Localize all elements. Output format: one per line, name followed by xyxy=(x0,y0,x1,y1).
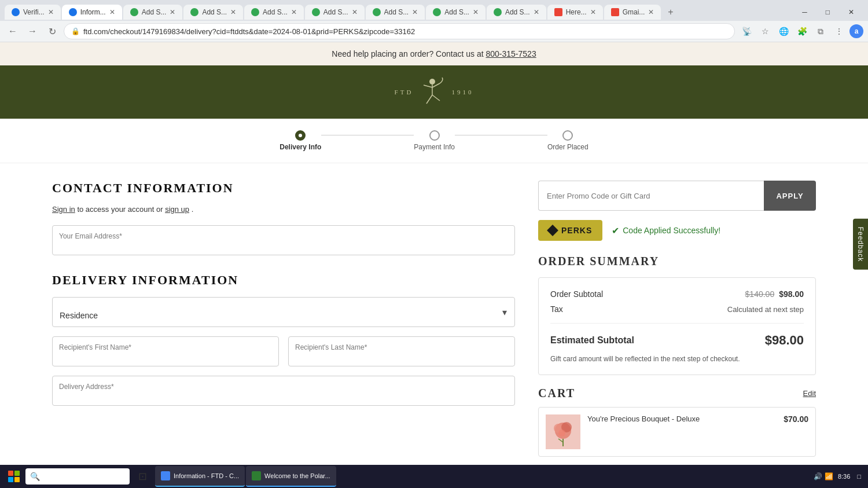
close-icon[interactable]: ✕ xyxy=(170,8,175,16)
tab-label: Add S... xyxy=(323,8,348,16)
network-icon: 🔊 xyxy=(814,472,822,474)
help-banner: Need help placing an order? Contact us a… xyxy=(0,42,868,65)
taskbar-app-polar[interactable]: Welcome to the Polar... xyxy=(246,466,336,474)
tab-favicon xyxy=(433,8,441,16)
close-icon[interactable]: ✕ xyxy=(412,8,418,16)
forward-button[interactable]: → xyxy=(24,23,41,39)
tab-here[interactable]: Here... ✕ xyxy=(547,5,603,20)
show-desktop-button[interactable]: □ xyxy=(855,473,863,474)
tab-inform[interactable]: Inform... ✕ xyxy=(62,5,122,20)
logo-text-left: FTD xyxy=(395,89,414,96)
site-header: FTD 1910 xyxy=(0,65,868,119)
extensions-button[interactable]: ⧉ xyxy=(812,23,829,39)
progress-label-payment: Payment Info xyxy=(414,143,455,151)
close-icon[interactable]: ✕ xyxy=(109,8,115,16)
cart-item-image xyxy=(546,414,580,449)
back-button[interactable]: ← xyxy=(5,23,21,39)
email-input[interactable] xyxy=(52,225,515,255)
feedback-label: Feedback xyxy=(856,226,865,262)
tab-add6[interactable]: Add S... ✕ xyxy=(426,5,486,20)
promo-row: APPLY xyxy=(538,181,816,211)
notification-area: 🔊 📶 xyxy=(814,472,833,474)
maximize-button[interactable]: □ xyxy=(816,6,839,19)
close-icon[interactable]: ✕ xyxy=(590,8,596,16)
cart-item-price: $70.00 xyxy=(784,414,808,449)
minimize-button[interactable]: ─ xyxy=(793,6,816,19)
name-row: Recipient's First Name* Recipient's Last… xyxy=(52,336,515,376)
close-icon[interactable]: ✕ xyxy=(648,8,654,16)
promo-input[interactable] xyxy=(538,181,764,211)
contact-heading: CONTACT INFORMATION xyxy=(52,181,515,196)
translate-icon[interactable]: 🌐 xyxy=(775,23,792,39)
tab-label: Add S... xyxy=(505,8,530,16)
feedback-tab[interactable]: Feedback xyxy=(853,218,868,270)
ftd-logo: FTD 1910 xyxy=(395,75,474,109)
tab-add3[interactable]: Add S... ✕ xyxy=(244,5,304,20)
taskbar-app-ftd[interactable]: Information - FTD - C... xyxy=(155,466,245,474)
cast-icon[interactable]: 📡 xyxy=(738,23,755,39)
close-icon[interactable]: ✕ xyxy=(291,8,297,16)
cart-item-details: You're Precious Bouquet - Deluxe xyxy=(587,414,777,449)
taskbar-search[interactable]: 🔍 xyxy=(25,468,130,474)
close-icon[interactable]: ✕ xyxy=(534,8,539,16)
estimated-row: Estimated Subtotal $98.00 xyxy=(550,323,804,348)
sign-in-suffix: . xyxy=(192,205,194,214)
tab-label: Add S... xyxy=(384,8,409,16)
first-name-input[interactable] xyxy=(52,336,279,366)
svg-point-0 xyxy=(429,79,435,85)
ftd-favicon xyxy=(161,471,170,474)
tab-favicon xyxy=(494,8,502,16)
cart-heading-row: CART Edit xyxy=(538,387,816,400)
taskbar-app-polar-label: Welcome to the Polar... xyxy=(264,472,330,474)
progress-circle-placed xyxy=(562,130,573,141)
close-icon[interactable]: ✕ xyxy=(230,8,236,16)
search-icon: 🔍 xyxy=(30,472,40,474)
perks-button[interactable]: PERKS xyxy=(538,220,602,241)
tab-add5[interactable]: Add S... ✕ xyxy=(366,5,425,20)
perks-label: PERKS xyxy=(561,226,592,235)
close-icon[interactable]: ✕ xyxy=(48,8,54,16)
help-phone[interactable]: 800-315-7523 xyxy=(486,49,536,58)
subtotal-row: Order Subtotal $140.00 $98.00 xyxy=(550,289,804,299)
tab-add4[interactable]: Add S... ✕ xyxy=(305,5,365,20)
edit-link[interactable]: Edit xyxy=(803,389,816,398)
tab-add7[interactable]: Add S... ✕ xyxy=(487,5,546,20)
svg-line-2 xyxy=(424,85,432,87)
tab-label: Add S... xyxy=(202,8,227,16)
settings-icon[interactable]: ⋮ xyxy=(831,23,847,39)
tab-verifi[interactable]: Verifi... ✕ xyxy=(5,5,61,20)
address-bar[interactable]: 🔒 ftd.com/checkout/1479169834/delivery?c… xyxy=(64,23,735,39)
tab-label: Add S... xyxy=(142,8,167,16)
new-tab-button[interactable]: + xyxy=(662,3,679,21)
svg-line-4 xyxy=(426,95,432,104)
last-name-input[interactable] xyxy=(288,336,515,366)
progress-circle-delivery xyxy=(295,130,306,141)
location-type-select[interactable]: Residence xyxy=(52,297,515,327)
main-content: CONTACT INFORMATION Sign in to access yo… xyxy=(29,163,839,474)
sign-in-middle: to access your account or xyxy=(77,205,165,214)
taskbar-right: 🔊 📶 8:36 □ xyxy=(814,472,863,474)
taskbar-search-input[interactable] xyxy=(42,472,123,474)
tab-label: Gmai... xyxy=(623,8,645,16)
close-icon[interactable]: ✕ xyxy=(473,8,479,16)
extension-icon[interactable]: 🧩 xyxy=(794,23,810,39)
start-button[interactable] xyxy=(5,467,23,474)
tab-favicon xyxy=(251,8,259,16)
tab-gmail[interactable]: Gmai... ✕ xyxy=(604,5,661,20)
tab-add1[interactable]: Add S... ✕ xyxy=(123,5,183,20)
tab-favicon xyxy=(130,8,138,16)
profile-avatar[interactable]: a xyxy=(849,24,863,38)
close-window-button[interactable]: ✕ xyxy=(839,6,863,19)
task-view-button[interactable]: ⊡ xyxy=(132,466,153,474)
bookmark-icon[interactable]: ☆ xyxy=(757,23,773,39)
sign-in-link[interactable]: Sign in xyxy=(52,205,75,214)
subtotal-original: $140.00 xyxy=(745,289,775,299)
tab-favicon xyxy=(190,8,198,16)
last-name-field: Recipient's Last Name* xyxy=(288,336,515,366)
close-icon[interactable]: ✕ xyxy=(352,8,358,16)
delivery-address-input[interactable] xyxy=(52,376,515,406)
reload-button[interactable]: ↻ xyxy=(44,23,60,39)
tab-add2[interactable]: Add S... ✕ xyxy=(183,5,243,20)
apply-button[interactable]: APPLY xyxy=(764,181,816,211)
sign-up-link[interactable]: sign up xyxy=(165,205,189,214)
